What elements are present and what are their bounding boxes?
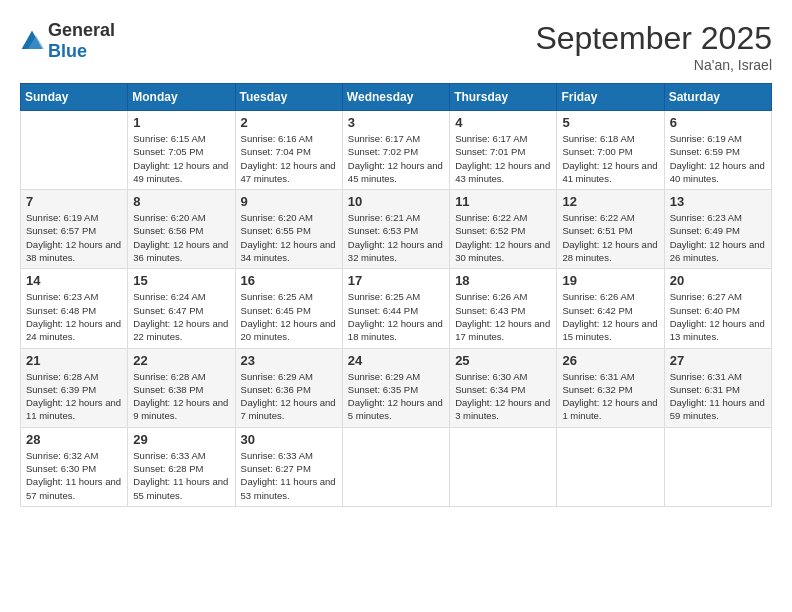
day-number: 19	[562, 273, 658, 288]
calendar-cell: 26Sunrise: 6:31 AMSunset: 6:32 PMDayligh…	[557, 348, 664, 427]
day-number: 1	[133, 115, 229, 130]
calendar-cell: 1Sunrise: 6:15 AMSunset: 7:05 PMDaylight…	[128, 111, 235, 190]
day-info: Sunrise: 6:15 AMSunset: 7:05 PMDaylight:…	[133, 132, 229, 185]
month-title: September 2025	[535, 20, 772, 57]
calendar-cell: 21Sunrise: 6:28 AMSunset: 6:39 PMDayligh…	[21, 348, 128, 427]
calendar-cell: 24Sunrise: 6:29 AMSunset: 6:35 PMDayligh…	[342, 348, 449, 427]
calendar-cell: 4Sunrise: 6:17 AMSunset: 7:01 PMDaylight…	[450, 111, 557, 190]
calendar-cell: 9Sunrise: 6:20 AMSunset: 6:55 PMDaylight…	[235, 190, 342, 269]
calendar-cell	[664, 427, 771, 506]
logo-general: General	[48, 20, 115, 40]
calendar-cell: 25Sunrise: 6:30 AMSunset: 6:34 PMDayligh…	[450, 348, 557, 427]
day-number: 12	[562, 194, 658, 209]
calendar-cell: 7Sunrise: 6:19 AMSunset: 6:57 PMDaylight…	[21, 190, 128, 269]
day-number: 9	[241, 194, 337, 209]
day-number: 25	[455, 353, 551, 368]
logo-text: General Blue	[48, 20, 115, 62]
calendar-week-row: 7Sunrise: 6:19 AMSunset: 6:57 PMDaylight…	[21, 190, 772, 269]
day-number: 2	[241, 115, 337, 130]
day-number: 17	[348, 273, 444, 288]
calendar-header-row: SundayMondayTuesdayWednesdayThursdayFrid…	[21, 84, 772, 111]
calendar-cell: 16Sunrise: 6:25 AMSunset: 6:45 PMDayligh…	[235, 269, 342, 348]
day-info: Sunrise: 6:27 AMSunset: 6:40 PMDaylight:…	[670, 290, 766, 343]
day-info: Sunrise: 6:17 AMSunset: 7:01 PMDaylight:…	[455, 132, 551, 185]
logo-blue: Blue	[48, 41, 87, 61]
calendar: SundayMondayTuesdayWednesdayThursdayFrid…	[20, 83, 772, 507]
day-info: Sunrise: 6:29 AMSunset: 6:35 PMDaylight:…	[348, 370, 444, 423]
day-number: 13	[670, 194, 766, 209]
calendar-cell: 2Sunrise: 6:16 AMSunset: 7:04 PMDaylight…	[235, 111, 342, 190]
day-info: Sunrise: 6:20 AMSunset: 6:56 PMDaylight:…	[133, 211, 229, 264]
day-info: Sunrise: 6:28 AMSunset: 6:39 PMDaylight:…	[26, 370, 122, 423]
day-info: Sunrise: 6:31 AMSunset: 6:31 PMDaylight:…	[670, 370, 766, 423]
day-info: Sunrise: 6:25 AMSunset: 6:44 PMDaylight:…	[348, 290, 444, 343]
logo-icon	[20, 29, 44, 53]
day-number: 10	[348, 194, 444, 209]
calendar-cell: 12Sunrise: 6:22 AMSunset: 6:51 PMDayligh…	[557, 190, 664, 269]
day-number: 7	[26, 194, 122, 209]
day-number: 29	[133, 432, 229, 447]
day-number: 8	[133, 194, 229, 209]
day-number: 15	[133, 273, 229, 288]
calendar-week-row: 1Sunrise: 6:15 AMSunset: 7:05 PMDaylight…	[21, 111, 772, 190]
day-info: Sunrise: 6:26 AMSunset: 6:43 PMDaylight:…	[455, 290, 551, 343]
day-info: Sunrise: 6:33 AMSunset: 6:28 PMDaylight:…	[133, 449, 229, 502]
day-info: Sunrise: 6:17 AMSunset: 7:02 PMDaylight:…	[348, 132, 444, 185]
calendar-cell: 15Sunrise: 6:24 AMSunset: 6:47 PMDayligh…	[128, 269, 235, 348]
day-header: Sunday	[21, 84, 128, 111]
day-number: 20	[670, 273, 766, 288]
page-header: General Blue September 2025 Na'an, Israe…	[20, 20, 772, 73]
calendar-cell: 20Sunrise: 6:27 AMSunset: 6:40 PMDayligh…	[664, 269, 771, 348]
calendar-cell: 13Sunrise: 6:23 AMSunset: 6:49 PMDayligh…	[664, 190, 771, 269]
day-info: Sunrise: 6:29 AMSunset: 6:36 PMDaylight:…	[241, 370, 337, 423]
day-header: Saturday	[664, 84, 771, 111]
day-number: 18	[455, 273, 551, 288]
calendar-cell	[557, 427, 664, 506]
day-info: Sunrise: 6:19 AMSunset: 6:57 PMDaylight:…	[26, 211, 122, 264]
day-number: 23	[241, 353, 337, 368]
day-number: 3	[348, 115, 444, 130]
day-number: 21	[26, 353, 122, 368]
calendar-cell	[342, 427, 449, 506]
day-number: 6	[670, 115, 766, 130]
calendar-cell: 14Sunrise: 6:23 AMSunset: 6:48 PMDayligh…	[21, 269, 128, 348]
calendar-cell: 19Sunrise: 6:26 AMSunset: 6:42 PMDayligh…	[557, 269, 664, 348]
day-number: 28	[26, 432, 122, 447]
day-header: Friday	[557, 84, 664, 111]
day-info: Sunrise: 6:23 AMSunset: 6:49 PMDaylight:…	[670, 211, 766, 264]
calendar-week-row: 21Sunrise: 6:28 AMSunset: 6:39 PMDayligh…	[21, 348, 772, 427]
day-info: Sunrise: 6:22 AMSunset: 6:51 PMDaylight:…	[562, 211, 658, 264]
day-info: Sunrise: 6:23 AMSunset: 6:48 PMDaylight:…	[26, 290, 122, 343]
calendar-cell: 17Sunrise: 6:25 AMSunset: 6:44 PMDayligh…	[342, 269, 449, 348]
calendar-cell: 28Sunrise: 6:32 AMSunset: 6:30 PMDayligh…	[21, 427, 128, 506]
day-info: Sunrise: 6:26 AMSunset: 6:42 PMDaylight:…	[562, 290, 658, 343]
day-info: Sunrise: 6:22 AMSunset: 6:52 PMDaylight:…	[455, 211, 551, 264]
logo: General Blue	[20, 20, 115, 62]
day-number: 26	[562, 353, 658, 368]
day-number: 4	[455, 115, 551, 130]
day-info: Sunrise: 6:18 AMSunset: 7:00 PMDaylight:…	[562, 132, 658, 185]
day-header: Thursday	[450, 84, 557, 111]
day-header: Monday	[128, 84, 235, 111]
calendar-cell: 22Sunrise: 6:28 AMSunset: 6:38 PMDayligh…	[128, 348, 235, 427]
calendar-cell: 30Sunrise: 6:33 AMSunset: 6:27 PMDayligh…	[235, 427, 342, 506]
calendar-cell: 8Sunrise: 6:20 AMSunset: 6:56 PMDaylight…	[128, 190, 235, 269]
day-info: Sunrise: 6:32 AMSunset: 6:30 PMDaylight:…	[26, 449, 122, 502]
calendar-cell: 6Sunrise: 6:19 AMSunset: 6:59 PMDaylight…	[664, 111, 771, 190]
calendar-cell: 23Sunrise: 6:29 AMSunset: 6:36 PMDayligh…	[235, 348, 342, 427]
day-number: 30	[241, 432, 337, 447]
calendar-cell: 27Sunrise: 6:31 AMSunset: 6:31 PMDayligh…	[664, 348, 771, 427]
day-info: Sunrise: 6:21 AMSunset: 6:53 PMDaylight:…	[348, 211, 444, 264]
calendar-cell: 11Sunrise: 6:22 AMSunset: 6:52 PMDayligh…	[450, 190, 557, 269]
calendar-week-row: 28Sunrise: 6:32 AMSunset: 6:30 PMDayligh…	[21, 427, 772, 506]
day-info: Sunrise: 6:19 AMSunset: 6:59 PMDaylight:…	[670, 132, 766, 185]
day-number: 16	[241, 273, 337, 288]
title-section: September 2025 Na'an, Israel	[535, 20, 772, 73]
location: Na'an, Israel	[535, 57, 772, 73]
day-number: 14	[26, 273, 122, 288]
calendar-cell: 5Sunrise: 6:18 AMSunset: 7:00 PMDaylight…	[557, 111, 664, 190]
calendar-cell: 29Sunrise: 6:33 AMSunset: 6:28 PMDayligh…	[128, 427, 235, 506]
day-number: 5	[562, 115, 658, 130]
day-number: 22	[133, 353, 229, 368]
calendar-cell	[21, 111, 128, 190]
